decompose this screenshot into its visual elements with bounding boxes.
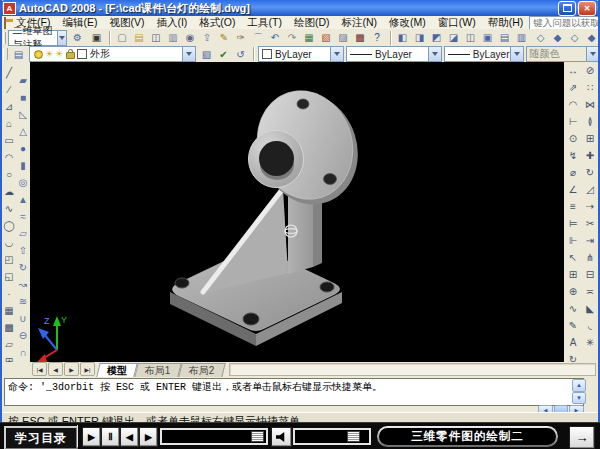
sphere-icon[interactable]: ● (15, 140, 31, 157)
scroll-up-icon[interactable]: ▲ (572, 379, 586, 392)
sphere-3d-icon[interactable]: ◪ (445, 29, 462, 46)
color-combobox[interactable]: ByLayer (258, 46, 344, 62)
tab-next-icon[interactable]: ▶ (64, 362, 79, 376)
drawing-canvas[interactable]: Y Z (30, 62, 564, 362)
polysolid-icon[interactable]: ▰ (15, 72, 31, 89)
toolbar-grip[interactable] (3, 32, 6, 44)
plot-preview-icon[interactable]: ◉ (182, 29, 199, 46)
step-back-button[interactable]: ◀ (120, 427, 139, 447)
speaker-icon[interactable] (271, 427, 292, 447)
box-icon[interactable]: ■ (15, 89, 31, 106)
intersect-icon[interactable]: ∩ (15, 344, 31, 361)
torus-icon[interactable]: ◎ (15, 174, 31, 191)
sheet-set-icon[interactable]: ▦ (301, 29, 318, 46)
tab-prev-icon[interactable]: ◀ (48, 362, 63, 376)
save-icon[interactable]: ◫ (148, 29, 165, 46)
extrude-icon[interactable]: ⇧ (15, 242, 31, 259)
command-input[interactable] (8, 393, 568, 404)
copy-icon[interactable]: ∷ (582, 79, 598, 96)
help-search-input[interactable] (529, 16, 600, 30)
dim-continue-icon[interactable]: ⊩ (565, 232, 581, 249)
loft-icon[interactable]: ≋ (15, 293, 31, 310)
trim-icon[interactable]: ✂ (582, 215, 598, 232)
pyramid-icon[interactable]: ▲ (15, 191, 31, 208)
cone-3d-icon[interactable]: ◩ (428, 29, 445, 46)
dim-linear-icon[interactable]: ↔ (565, 62, 581, 79)
menu-help[interactable]: 帮助(H) (482, 16, 530, 30)
chevron-down-icon[interactable] (330, 47, 343, 61)
subtract-icon[interactable]: ⊖ (15, 327, 31, 344)
chevron-down-icon[interactable] (57, 31, 66, 45)
tolerance-icon[interactable]: ⊞ (565, 266, 581, 283)
next-lesson-button[interactable]: → (569, 426, 595, 449)
quick-dim-icon[interactable]: ≡ (565, 198, 581, 215)
make-current-icon[interactable]: ✔ (215, 46, 232, 63)
torus-3d-icon[interactable]: ▣ (479, 29, 496, 46)
dim-angular-icon[interactable]: ∠ (565, 181, 581, 198)
dim-text-edit-icon[interactable]: A (565, 334, 581, 351)
box-3d-icon[interactable]: ◧ (394, 29, 411, 46)
chevron-down-icon[interactable] (182, 47, 195, 61)
toolbar-grip[interactable] (3, 48, 8, 60)
planar-surface-icon[interactable]: ▱ (15, 225, 31, 242)
dim-aligned-icon[interactable]: ⇗ (565, 79, 581, 96)
sweep-icon[interactable]: ↝ (15, 276, 31, 293)
chevron-down-icon[interactable] (510, 47, 523, 61)
workspace-settings-icon[interactable]: ⚙ (69, 29, 86, 46)
revolve-icon[interactable]: ↻ (15, 259, 31, 276)
center-mark-icon[interactable]: ⊕ (565, 283, 581, 300)
wedge-icon[interactable]: ◺ (15, 106, 31, 123)
extrude-3d-icon[interactable]: ▤ (496, 29, 513, 46)
drawing-file-icon[interactable] (4, 17, 6, 29)
qnew-icon[interactable]: ▢ (114, 29, 131, 46)
break-at-point-icon[interactable]: ⋔ (582, 249, 598, 266)
layer-previous-icon[interactable]: ↺ (232, 46, 249, 63)
cone-icon[interactable]: △ (15, 123, 31, 140)
command-history[interactable]: 命令: '_3dorbit 按 ESC 或 ENTER 键退出，或者单击鼠标右键… (4, 378, 584, 406)
tab-layout1[interactable]: 布局1 (134, 363, 181, 377)
dim-arc-length-icon[interactable]: ◠ (565, 96, 581, 113)
progress-slider[interactable] (160, 428, 268, 445)
fillet-icon[interactable]: ◟ (582, 317, 598, 334)
offset-icon[interactable]: ≬ (582, 113, 598, 130)
rotate-icon[interactable]: ↻ (582, 164, 598, 181)
plot-icon[interactable]: ▥ (165, 29, 182, 46)
break-icon[interactable]: ⊟ (582, 266, 598, 283)
menu-edit[interactable]: 编辑(E) (56, 16, 103, 30)
tab-layout2[interactable]: 布局2 (178, 363, 225, 377)
stretch-icon[interactable]: ⇢ (582, 198, 598, 215)
union-icon[interactable]: ∪ (15, 310, 31, 327)
markup-icon[interactable]: ▧ (318, 29, 335, 46)
move-icon[interactable]: ✚ (582, 147, 598, 164)
workspace-save-icon[interactable]: ▣ (88, 29, 105, 46)
workspace-combobox[interactable]: 二维草图与注释 (8, 30, 67, 46)
lineweight-combobox[interactable]: ByLayer (444, 46, 524, 62)
play-button[interactable]: ▶ (82, 427, 101, 447)
quick-leader-icon[interactable]: ↖ (565, 249, 581, 266)
pause-button[interactable]: Ⅱ (101, 427, 120, 447)
command-vscrollbar[interactable]: ▲ ▼ (572, 379, 584, 404)
pencil-icon[interactable]: ✎ (216, 29, 233, 46)
menu-draw[interactable]: 绘图(D) (288, 16, 336, 30)
menu-insert[interactable]: 插入(I) (150, 16, 193, 30)
progress-handle[interactable] (251, 431, 264, 442)
explode-icon[interactable]: ✳ (582, 334, 598, 351)
volume-handle[interactable] (347, 431, 360, 442)
restore-icon[interactable] (558, 1, 576, 16)
menu-view[interactable]: 视图(V) (103, 16, 150, 30)
linetype-combobox[interactable]: ByLayer (346, 46, 442, 62)
dim-diameter-icon[interactable]: ⌀ (565, 164, 581, 181)
redo-icon[interactable]: ↷ (284, 29, 301, 46)
dim-edit-icon[interactable]: ✎ (565, 317, 581, 334)
dim-jog-line-icon[interactable]: ∿ (565, 300, 581, 317)
tab-last-icon[interactable]: ▶| (80, 362, 95, 376)
extend-icon[interactable]: ⇥ (582, 232, 598, 249)
publish-icon[interactable]: ⇪ (199, 29, 216, 46)
view-ne-icon[interactable]: ◇ (566, 29, 583, 46)
menu-modify[interactable]: 修改(M) (383, 16, 432, 30)
helix-icon[interactable]: ≈ (15, 208, 31, 225)
arc-tool-icon[interactable]: ⌒ (250, 29, 267, 46)
dim-jogged-icon[interactable]: ↯ (565, 147, 581, 164)
title-bar[interactable]: A AutoCAD 2008 - [F:\cad课件\台灯的绘制.dwg] ✕ (0, 0, 600, 16)
open-icon[interactable]: ▤ (131, 29, 148, 46)
